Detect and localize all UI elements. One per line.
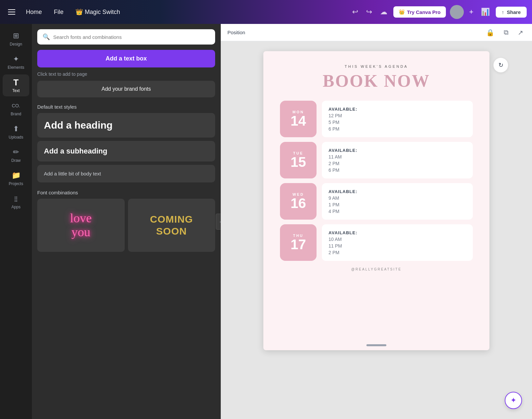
font-combo-grid: love you COMING SOON — [32, 199, 220, 259]
uploads-icon: ⬆ — [11, 124, 21, 134]
day-card-mon[interactable]: MON 14 — [280, 101, 317, 137]
times-card-wed: AVAILABLE:9 AM1 PM4 PM — [322, 183, 473, 220]
book-now-title: BOOK NOW — [323, 71, 430, 91]
time-slot: 6 PM — [329, 126, 466, 132]
time-slot: 11 AM — [329, 154, 466, 159]
search-wrap: 🔍 — [32, 24, 220, 50]
canvas-scroll[interactable]: ↻ THIS WEEK'S AGENDA BOOK NOW MON 14 AVA… — [221, 41, 532, 419]
elements-icon: ✦ — [11, 54, 21, 64]
add-textbox-button[interactable]: Add a text box — [37, 50, 215, 67]
search-icon: 🔍 — [43, 33, 50, 41]
font-combos-label: Font combinations — [32, 186, 220, 199]
nav-magic-switch[interactable]: 👑 Magic Switch — [71, 6, 124, 18]
available-label: AVAILABLE: — [329, 189, 466, 194]
share-icon: ↑ — [502, 9, 504, 15]
font-combo-card-1[interactable]: love you — [37, 199, 125, 252]
add-subheading-button[interactable]: Add a subheading — [37, 141, 215, 161]
position-bar: Position 🔒 ⧉ ↗ — [221, 24, 532, 41]
day-number: 16 — [291, 196, 306, 210]
day-number: 14 — [291, 114, 306, 128]
click-hint: Click text to add to page — [32, 71, 220, 81]
sidebar-item-elements[interactable]: ✦ Elements — [3, 51, 29, 73]
add-body-button[interactable]: Add a little bit of body text — [37, 165, 215, 182]
pro-crown-icon: 👑 — [399, 9, 405, 15]
schedule-list: MON 14 AVAILABLE:12 PM5 PM6 PM TUE 15 AV… — [280, 101, 473, 261]
site-label: @REALLYGREATSITE — [351, 267, 402, 271]
sidebar-item-brand[interactable]: CO. Brand — [3, 98, 29, 120]
duplicate-icon-button[interactable]: ⧉ — [502, 27, 510, 38]
save-cloud-button[interactable]: ☁ — [378, 6, 389, 18]
design-icon: ⊞ — [11, 31, 21, 41]
time-slot: 2 PM — [329, 161, 466, 166]
hamburger-menu[interactable] — [5, 7, 18, 17]
try-pro-button[interactable]: 👑 Try Canva Pro — [393, 6, 446, 18]
coming-soon-text: COMING SOON — [150, 213, 193, 237]
day-card-thu[interactable]: THU 17 — [280, 224, 317, 261]
lock-icon-button[interactable]: 🔒 — [484, 27, 496, 39]
sidebar-item-design[interactable]: ⊞ Design — [3, 28, 29, 50]
time-slot: 12 PM — [329, 113, 466, 118]
time-slot: 4 PM — [329, 209, 466, 214]
crown-icon: 👑 — [75, 8, 83, 16]
brand-icon: CO. — [11, 101, 21, 110]
schedule-row: MON 14 AVAILABLE:12 PM5 PM6 PM — [280, 101, 473, 137]
available-label: AVAILABLE: — [329, 148, 466, 153]
sidebar-item-text[interactable]: T Text — [3, 74, 29, 96]
time-slot: 2 PM — [329, 250, 466, 255]
times-card-mon: AVAILABLE:12 PM5 PM6 PM — [322, 101, 473, 137]
day-number: 17 — [291, 238, 306, 252]
day-card-wed[interactable]: WED 16 — [280, 183, 317, 220]
draw-icon: ✏ — [11, 148, 21, 157]
projects-icon: 📁 — [11, 171, 21, 180]
refresh-button[interactable]: ↻ — [493, 58, 508, 72]
search-box[interactable]: 🔍 — [37, 29, 215, 45]
add-heading-button[interactable]: Add a heading — [37, 113, 215, 138]
sidebar-item-apps[interactable]: ⣿ Apps — [3, 191, 29, 213]
time-slot: 1 PM — [329, 202, 466, 207]
love-you-text: love you — [70, 211, 92, 239]
tools-panel: 🔍 Add a text box Click text to add to pa… — [32, 24, 221, 419]
sidebar-item-draw[interactable]: ✏ Draw — [3, 144, 29, 166]
canvas-area: Position 🔒 ⧉ ↗ ↻ THIS WEEK'S AGENDA BOOK… — [221, 24, 532, 419]
icon-sidebar: ⊞ Design ✦ Elements T Text CO. Brand ⬆ U… — [0, 24, 32, 419]
hide-panel-button[interactable]: ‹ — [216, 214, 221, 230]
nav-file[interactable]: File — [50, 6, 67, 18]
available-label: AVAILABLE: — [329, 230, 466, 235]
times-card-tue: AVAILABLE:11 AM2 PM6 PM — [322, 142, 473, 178]
default-styles-label: Default text styles — [32, 103, 220, 113]
position-label: Position — [227, 30, 245, 35]
sidebar-item-uploads[interactable]: ⬆ Uploads — [3, 121, 29, 143]
time-slot: 10 AM — [329, 237, 466, 242]
time-slot: 6 PM — [329, 167, 466, 173]
schedule-row: TUE 15 AVAILABLE:11 AM2 PM6 PM — [280, 142, 473, 178]
share-button[interactable]: ↑ Share — [496, 7, 527, 18]
sidebar-item-projects[interactable]: 📁 Projects — [3, 167, 29, 189]
avatar[interactable] — [450, 5, 464, 19]
design-card: THIS WEEK'S AGENDA BOOK NOW MON 14 AVAIL… — [263, 51, 489, 350]
schedule-row: WED 16 AVAILABLE:9 AM1 PM4 PM — [280, 183, 473, 220]
main-layout: ⊞ Design ✦ Elements T Text CO. Brand ⬆ U… — [0, 24, 532, 419]
nav-home[interactable]: Home — [22, 6, 46, 18]
magic-ai-button[interactable]: ✦ — [505, 392, 522, 409]
add-collaborator-button[interactable]: + — [468, 6, 475, 18]
time-slot: 11 PM — [329, 243, 466, 249]
text-icon: T — [11, 78, 21, 87]
footer-handle — [366, 344, 386, 346]
undo-button[interactable]: ↩ — [350, 6, 360, 18]
schedule-row: THU 17 AVAILABLE:10 AM11 PM2 PM — [280, 224, 473, 261]
brand-fonts-button[interactable]: Add your brand fonts — [37, 81, 215, 97]
available-label: AVAILABLE: — [329, 107, 466, 112]
font-combo-card-2[interactable]: COMING SOON — [128, 199, 215, 252]
apps-icon: ⣿ — [11, 194, 21, 203]
canvas-wrapper: ↻ THIS WEEK'S AGENDA BOOK NOW MON 14 AVA… — [263, 51, 489, 350]
day-number: 15 — [291, 155, 306, 169]
redo-button[interactable]: ↪ — [364, 6, 374, 18]
times-card-thu: AVAILABLE:10 AM11 PM2 PM — [322, 224, 473, 261]
time-slot: 5 PM — [329, 120, 466, 125]
search-input[interactable] — [53, 34, 210, 40]
day-card-tue[interactable]: TUE 15 — [280, 142, 317, 178]
share-element-button[interactable]: ↗ — [516, 27, 525, 39]
stats-button[interactable]: 📊 — [479, 6, 492, 18]
time-slot: 9 AM — [329, 195, 466, 201]
agenda-label: THIS WEEK'S AGENDA — [345, 64, 408, 68]
